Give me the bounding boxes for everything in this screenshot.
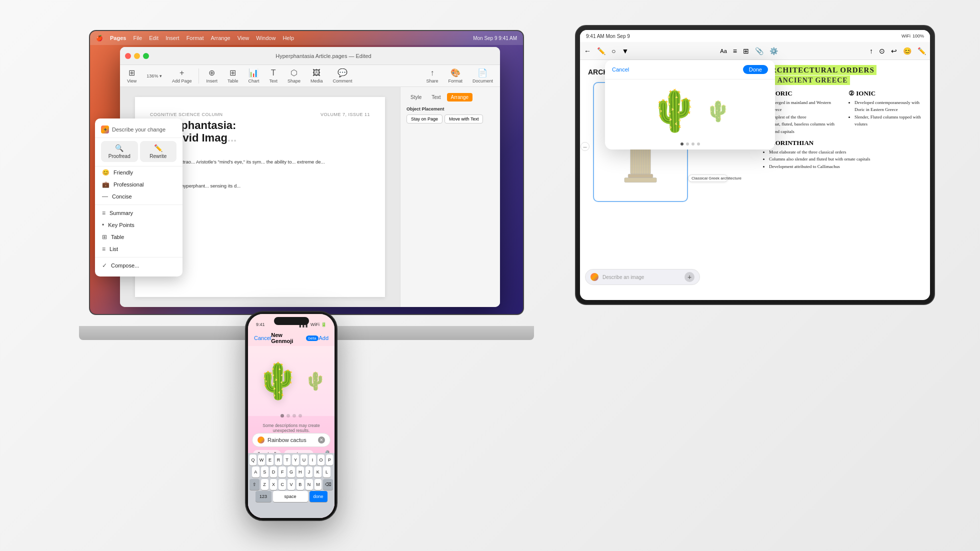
key-u[interactable]: U — [300, 454, 308, 466]
close-button[interactable] — [125, 53, 131, 59]
zoom-btn[interactable]: 136% ▾ — [144, 72, 165, 80]
arch-orders-row: ① DORIC Emerged in mainland and Western … — [763, 90, 922, 135]
window-menu[interactable]: Window — [256, 35, 276, 41]
format-btn[interactable]: 🎨Format — [445, 66, 466, 86]
key-a[interactable]: A — [252, 466, 260, 478]
list-item[interactable]: ≡ List — [95, 243, 182, 255]
back-icon[interactable]: ← — [584, 47, 591, 55]
rewrite-btn[interactable]: ✏️ Rewrite — [140, 141, 177, 162]
key-x[interactable]: X — [270, 479, 278, 490]
key-b[interactable]: B — [296, 479, 304, 490]
iphone-search-clear-btn[interactable]: ✕ — [318, 436, 325, 444]
add-page-btn[interactable]: +Add Page — [169, 66, 195, 86]
arrange-menu[interactable]: Arrange — [210, 35, 230, 41]
key-shift[interactable]: ⇧ — [250, 479, 260, 490]
compose-item[interactable]: ✓ Compose... — [95, 260, 182, 272]
key-q[interactable]: Q — [250, 454, 256, 466]
arrange-tab[interactable]: Arrange — [447, 93, 473, 102]
summary-item[interactable]: ≡ Summary — [95, 207, 182, 219]
ipad-wifi-icon: WiFi — [902, 34, 910, 38]
pages-menu[interactable]: Pages — [110, 35, 126, 41]
describe-image-bar[interactable]: Describe an image + — [585, 269, 700, 285]
edit-menu[interactable]: Edit — [149, 35, 158, 41]
key-o[interactable]: O — [318, 454, 324, 466]
move-with-text-btn[interactable]: Move with Text — [444, 114, 483, 124]
share-btn[interactable]: ↑Share — [423, 66, 441, 86]
key-done[interactable]: done — [310, 491, 328, 502]
stay-on-page-btn[interactable]: Stay on Page — [406, 114, 442, 124]
file-menu[interactable]: File — [133, 35, 142, 41]
ipad-undo[interactable]: ↩ — [891, 47, 897, 55]
shape-btn[interactable]: ⬡Shape — [284, 66, 304, 86]
key-t[interactable]: T — [284, 454, 290, 466]
professional-item[interactable]: 💼 Professional — [95, 178, 182, 190]
iphone-emoji-dots — [248, 414, 334, 418]
popup-actions: 🔍 Proofread ✏️ Rewrite — [95, 141, 182, 166]
key-123[interactable]: 123 — [256, 491, 272, 502]
ipad-pencil[interactable]: ✏️ — [918, 47, 926, 55]
ipad-tool-list[interactable]: ≡ — [733, 47, 737, 55]
ipad-tool-text[interactable]: Aa — [720, 48, 726, 54]
key-m[interactable]: M — [314, 479, 322, 490]
key-w[interactable]: W — [258, 454, 265, 466]
friendly-icon: 😊 — [102, 169, 110, 176]
table-item[interactable]: ⊞ Table — [95, 231, 182, 243]
ipad-tool-1[interactable]: ✏️ — [597, 47, 606, 55]
key-s[interactable]: S — [261, 466, 268, 478]
ipad-tool-3[interactable]: ▼ — [622, 47, 628, 55]
document-btn[interactable]: 📄Document — [470, 66, 496, 86]
iphone-search-ai-icon — [258, 436, 264, 444]
ipad-share[interactable]: ↑ — [870, 47, 873, 55]
ipad-modal-done-btn[interactable]: Done — [743, 65, 768, 74]
ipad-tool-2[interactable]: ○ — [612, 47, 616, 55]
key-j[interactable]: J — [306, 466, 313, 478]
help-menu[interactable]: Help — [282, 35, 294, 41]
key-backspace[interactable]: ⌫ — [323, 479, 333, 490]
ipad-tool-gear[interactable]: ⚙️ — [770, 47, 778, 55]
ipad-tool-attach[interactable]: 📎 — [755, 47, 764, 55]
insert-btn[interactable]: ⊕Insert — [203, 66, 220, 86]
friendly-item[interactable]: 😊 Friendly — [95, 166, 182, 178]
key-z[interactable]: Z — [261, 479, 268, 490]
view-menu[interactable]: View — [238, 35, 250, 41]
key-h[interactable]: H — [296, 466, 304, 478]
key-p[interactable]: P — [326, 454, 333, 466]
view-btn[interactable]: ⊞View — [124, 66, 140, 86]
iphone-cancel-btn[interactable]: Cancel — [254, 335, 271, 341]
key-g[interactable]: G — [288, 466, 295, 478]
key-l[interactable]: L — [323, 466, 330, 478]
apple-menu[interactable]: 🍎 — [96, 35, 103, 42]
key-e[interactable]: E — [266, 454, 274, 466]
media-btn[interactable]: 🖼Media — [308, 66, 326, 86]
proofread-btn[interactable]: 🔍 Proofread — [101, 141, 138, 162]
key-c[interactable]: C — [278, 479, 286, 490]
text-tab[interactable]: Text — [428, 93, 444, 102]
table-btn[interactable]: ⊞Table — [224, 66, 242, 86]
insert-menu[interactable]: Insert — [166, 35, 180, 41]
key-i[interactable]: I — [309, 454, 316, 466]
comment-btn[interactable]: 💬Comment — [330, 66, 356, 86]
key-r[interactable]: R — [275, 454, 282, 466]
keypoints-item[interactable]: • Key Points — [95, 219, 182, 231]
key-space[interactable]: space — [273, 491, 308, 502]
key-y[interactable]: Y — [292, 454, 299, 466]
ipad-lasso[interactable]: ⊙ — [879, 47, 885, 55]
key-f[interactable]: F — [278, 466, 286, 478]
fullscreen-button[interactable] — [143, 53, 149, 59]
ipad-emoji[interactable]: 😊 — [903, 47, 912, 55]
iphone-add-btn[interactable]: Add — [318, 335, 328, 341]
format-menu[interactable]: Format — [186, 35, 204, 41]
describe-plus-btn[interactable]: + — [684, 272, 694, 282]
text-btn[interactable]: TText — [266, 66, 280, 86]
key-d[interactable]: D — [270, 466, 278, 478]
chart-btn[interactable]: 📊Chart — [245, 66, 262, 86]
key-v[interactable]: V — [288, 479, 295, 490]
style-tab[interactable]: Style — [406, 93, 426, 102]
iphone-search-bar[interactable]: Rainbow cactus ✕ — [252, 433, 330, 447]
ipad-modal-cancel-btn[interactable]: Cancel — [612, 66, 629, 72]
concise-item[interactable]: — Concise — [95, 190, 182, 202]
key-k[interactable]: K — [314, 466, 322, 478]
ipad-tool-table[interactable]: ⊞ — [743, 47, 749, 55]
minimize-button[interactable] — [134, 53, 140, 59]
key-n[interactable]: N — [306, 479, 313, 490]
